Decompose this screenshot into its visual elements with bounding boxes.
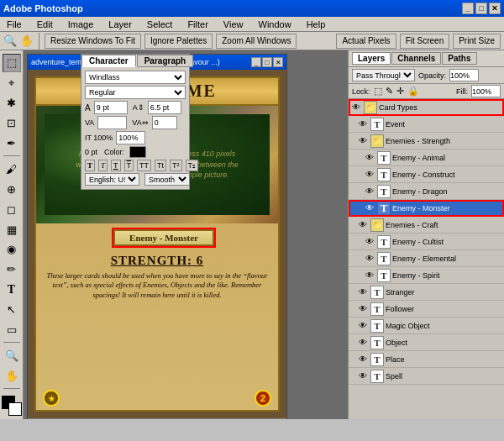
lock-position-icon[interactable]: ✛ — [396, 86, 404, 97]
menu-file[interactable]: File — [3, 19, 25, 29]
color-swatch[interactable] — [129, 146, 146, 158]
canvas-maximize-btn[interactable]: □ — [262, 57, 272, 67]
print-size-btn[interactable]: Print Size — [453, 34, 501, 49]
font-size-input[interactable] — [94, 101, 128, 114]
eye-enemy-animal[interactable]: 👁 — [365, 153, 375, 162]
eye-enemy-construct[interactable]: 👁 — [365, 170, 375, 179]
opacity-input[interactable] — [449, 69, 479, 81]
actual-pixels-btn[interactable]: Actual Pixels — [336, 34, 396, 49]
layer-enemy-animal[interactable]: 👁 T Enemy - Animal — [349, 150, 504, 166]
layer-spell[interactable]: 👁 T Spell — [349, 368, 504, 385]
kerning-input[interactable] — [97, 116, 127, 129]
eye-spell[interactable]: 👁 — [359, 371, 369, 381]
canvas-title-btns[interactable]: _ □ ✕ — [251, 57, 283, 67]
tab-character[interactable]: Character — [81, 55, 136, 67]
anti-alias-dropdown[interactable]: Smooth — [144, 173, 190, 186]
eye-stranger[interactable]: 👁 — [359, 287, 369, 297]
hand-tool-icon[interactable]: ✋ — [20, 34, 34, 47]
layer-enemy-construct[interactable]: 👁 T Enemy - Construct — [349, 166, 504, 183]
crop-tool[interactable]: ⊡ — [3, 114, 21, 133]
layer-enemy-elemental[interactable]: 👁 T Enemy - Elemental — [349, 250, 504, 267]
shape-tool[interactable]: ▭ — [3, 321, 21, 339]
font-style-dropdown[interactable]: Regular — [85, 86, 186, 99]
pen-tool[interactable]: ✏ — [3, 260, 21, 279]
zoom-tool[interactable]: 🔍 — [3, 346, 21, 365]
menu-filter[interactable]: Filter — [184, 19, 211, 29]
layer-follower[interactable]: 👁 T Follower — [349, 301, 504, 318]
close-button[interactable]: ✕ — [489, 3, 501, 14]
eye-enemy-elemental[interactable]: 👁 — [365, 254, 375, 263]
tab-paragraph[interactable]: Paragraph — [137, 55, 193, 67]
eye-enemy-dragon[interactable]: 👁 — [365, 186, 375, 196]
tab-layers[interactable]: Layers — [352, 52, 391, 65]
layer-card-types[interactable]: 👁 📁 Card Types — [349, 99, 504, 116]
sub-btn[interactable]: T₂ — [186, 160, 199, 171]
minimize-button[interactable]: _ — [462, 3, 474, 14]
layer-object[interactable]: 👁 T Object — [349, 334, 504, 351]
leading-input[interactable] — [148, 101, 181, 114]
canvas-close-btn[interactable]: ✕ — [273, 57, 283, 67]
brush-tool[interactable]: 🖌 — [3, 160, 21, 178]
zoom-all-windows-btn[interactable]: Zoom All Windows — [216, 34, 297, 49]
layer-stranger[interactable]: 👁 T Stranger — [349, 284, 504, 301]
marquee-tool[interactable]: ⬚ — [3, 54, 21, 72]
eye-enemy-monster[interactable]: 👁 — [365, 203, 375, 213]
layer-event[interactable]: 👁 T Event — [349, 116, 504, 133]
menu-help[interactable]: Help — [303, 19, 329, 29]
blur-tool[interactable]: ◉ — [3, 240, 21, 259]
resize-windows-btn[interactable]: Resize Windows To Fit — [45, 34, 141, 49]
type-tool[interactable]: T — [3, 281, 21, 299]
background-color[interactable] — [8, 402, 22, 416]
menu-view[interactable]: View — [220, 19, 247, 29]
eyedropper-tool[interactable]: ✒ — [3, 134, 21, 153]
scale-v-input[interactable] — [116, 131, 145, 144]
quick-select-tool[interactable]: ✱ — [3, 94, 21, 113]
menu-window[interactable]: Window — [255, 19, 295, 29]
layer-place[interactable]: 👁 T Place — [349, 351, 504, 368]
eraser-tool[interactable]: ◻ — [3, 200, 21, 218]
language-dropdown[interactable]: English: USA — [85, 173, 139, 186]
eye-enemy-spirit[interactable]: 👁 — [365, 270, 375, 280]
gradient-tool[interactable]: ▦ — [3, 220, 21, 239]
fit-screen-btn[interactable]: Fit Screen — [400, 34, 450, 49]
tab-channels[interactable]: Channels — [391, 52, 441, 65]
color-picker[interactable] — [2, 396, 22, 416]
eye-enemies-craft[interactable]: 👁 — [359, 220, 369, 229]
lock-all-icon[interactable]: 🔒 — [407, 86, 419, 97]
underline-btn[interactable]: T — [111, 160, 121, 171]
lock-pixels-icon[interactable]: ✎ — [386, 86, 393, 97]
menu-edit[interactable]: Edit — [34, 19, 56, 29]
blend-mode-dropdown[interactable]: Pass Through — [352, 69, 415, 81]
lasso-tool[interactable]: ⌖ — [3, 74, 21, 92]
italic-btn[interactable]: T — [98, 160, 108, 171]
super-btn[interactable]: T² — [170, 160, 182, 171]
eye-object[interactable]: 👁 — [359, 338, 369, 347]
title-bar-buttons[interactable]: _ □ ✕ — [462, 3, 501, 14]
layer-enemy-monster[interactable]: 👁 T Enemy - Monster — [349, 200, 504, 217]
layer-enemy-cultist[interactable]: 👁 T Enemy - Cultist — [349, 234, 504, 250]
small-caps-btn[interactable]: Tt — [155, 160, 166, 171]
tab-paths[interactable]: Paths — [442, 52, 476, 65]
strikethrough-btn[interactable]: T — [124, 160, 134, 171]
canvas-minimize-btn[interactable]: _ — [251, 57, 261, 67]
caps-btn[interactable]: TT — [137, 160, 151, 171]
eye-event[interactable]: 👁 — [359, 119, 369, 129]
layer-magic-object[interactable]: 👁 T Magic Object — [349, 318, 504, 334]
font-family-dropdown[interactable]: Windlass — [85, 71, 186, 84]
menu-layer[interactable]: Layer — [105, 19, 135, 29]
eye-enemy-cultist[interactable]: 👁 — [365, 237, 375, 246]
layer-enemies-strength[interactable]: 👁 📁 Enemies - Strength — [349, 133, 504, 150]
ignore-palettes-btn[interactable]: Ignore Palettes — [144, 34, 213, 49]
menu-image[interactable]: Image — [65, 19, 97, 29]
zoom-tool-icon[interactable]: 🔍 — [3, 34, 17, 47]
lock-transparent-icon[interactable]: ⬚ — [374, 86, 382, 97]
clone-stamp-tool[interactable]: ⊕ — [3, 180, 21, 198]
bold-btn[interactable]: T — [85, 160, 95, 171]
eye-magic-object[interactable]: 👁 — [359, 321, 369, 330]
eye-place[interactable]: 👁 — [359, 354, 369, 364]
layer-enemy-dragon[interactable]: 👁 T Enemy - Dragon — [349, 183, 504, 200]
menu-select[interactable]: Select — [144, 19, 176, 29]
eye-follower[interactable]: 👁 — [359, 304, 369, 313]
tracking-input[interactable] — [152, 116, 177, 129]
hand-tool[interactable]: ✋ — [3, 366, 21, 385]
